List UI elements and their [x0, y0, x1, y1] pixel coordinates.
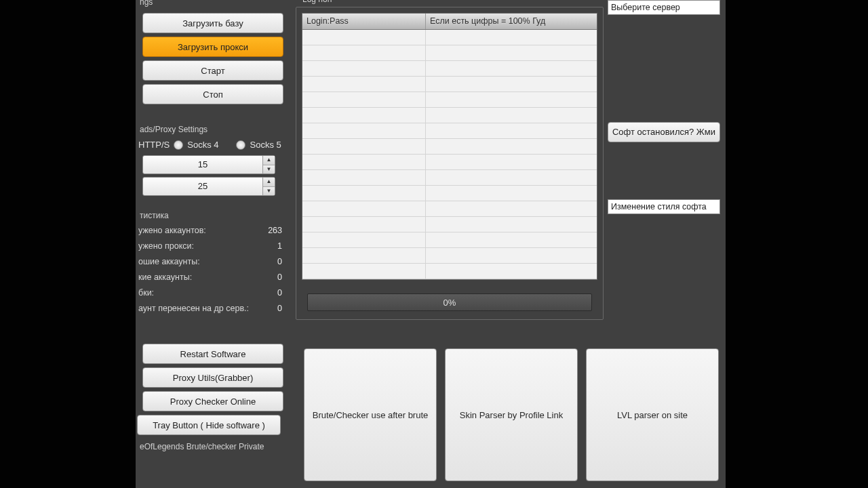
timeout-spinner[interactable]: 25 ▲ ▼	[142, 177, 275, 196]
socks4-radio[interactable]	[174, 140, 183, 150]
timeout-value: 25	[143, 178, 262, 195]
threads-spinner[interactable]: 15 ▲ ▼	[142, 155, 275, 174]
right-panel: Выберите сервер Софт остановился? Жми Из…	[608, 0, 720, 214]
lvl-parser-card[interactable]: LVL parser on site	[586, 348, 719, 481]
progress-text: 0%	[443, 298, 456, 308]
stat-errors: бки:0	[138, 285, 288, 301]
log-box-label: Log non	[301, 0, 604, 7]
spinner-down-icon[interactable]: ▼	[263, 187, 275, 196]
load-proxy-button[interactable]: Загрузить прокси	[142, 37, 283, 57]
spinner-down-icon[interactable]: ▼	[263, 165, 275, 174]
spinner-up-icon[interactable]: ▲	[263, 156, 275, 165]
stat-accounts-loaded: ужено аккаунтов:263	[138, 223, 288, 239]
style-select[interactable]: Изменение стиля софта	[608, 199, 720, 214]
center-panel: Log non Login:Pass Если есть цифры = 100…	[296, 0, 604, 320]
stats-group-label: тистика	[138, 208, 288, 223]
results-table: Login:Pass Если есть цифры = 100% Гуд	[302, 13, 597, 280]
threads-value: 15	[143, 156, 262, 174]
col-digits-good: Если есть цифры = 100% Гуд	[426, 14, 597, 29]
tray-button[interactable]: Tray Button ( Hide software )	[137, 415, 281, 435]
software-stopped-button[interactable]: Софт остановился? Жми	[608, 122, 720, 142]
proxy-type-row: HTTP/S Socks 4 Socks 5	[138, 137, 288, 152]
col-login-pass: Login:Pass	[302, 14, 426, 29]
stat-proxy-loaded: ужено прокси:1	[138, 239, 288, 254]
stat-moved: аунт перенесен на др серв.:0	[138, 301, 288, 317]
start-button[interactable]: Старт	[142, 60, 283, 81]
stop-button[interactable]: Стоп	[142, 84, 283, 104]
spinner-up-icon[interactable]: ▲	[263, 178, 275, 187]
socks4-label: Socks 4	[187, 140, 218, 150]
proxy-http-label: HTTP/S	[138, 140, 170, 150]
socks5-radio[interactable]	[236, 140, 245, 150]
stat-good-accounts: ошие аккаунты:0	[138, 254, 288, 270]
log-box: Login:Pass Если есть цифры = 100% Гуд	[296, 7, 604, 320]
restart-software-button[interactable]: Restart Software	[142, 344, 283, 364]
left-panel: ngs Загрузить базу Загрузить прокси Стар…	[136, 0, 290, 488]
proxy-settings-label: ads/Proxy Settings	[138, 122, 288, 137]
brute-checker-card[interactable]: Brute/Checker use after brute	[304, 348, 437, 481]
proxy-utils-button[interactable]: Proxy Utils(Grabber)	[142, 367, 283, 388]
server-select[interactable]: Выберите сервер	[608, 0, 720, 15]
progress-bar: 0%	[307, 293, 592, 311]
tools-cards-row: Brute/Checker use after brute Skin Parse…	[304, 348, 719, 481]
stat-bad-accounts: кие аккаунты:0	[138, 270, 288, 285]
app-title-fragment: eOfLegends Brute/checker Private	[138, 439, 288, 454]
app-window: ngs Загрузить базу Загрузить прокси Стар…	[136, 0, 726, 488]
settings-group-label: ngs	[138, 0, 288, 9]
proxy-checker-button[interactable]: Proxy Checker Online	[142, 391, 283, 411]
load-base-button[interactable]: Загрузить базу	[142, 13, 283, 33]
skin-parser-card[interactable]: Skin Parser by Profile Link	[445, 348, 578, 481]
socks5-label: Socks 5	[250, 140, 281, 150]
table-body[interactable]	[302, 30, 597, 279]
